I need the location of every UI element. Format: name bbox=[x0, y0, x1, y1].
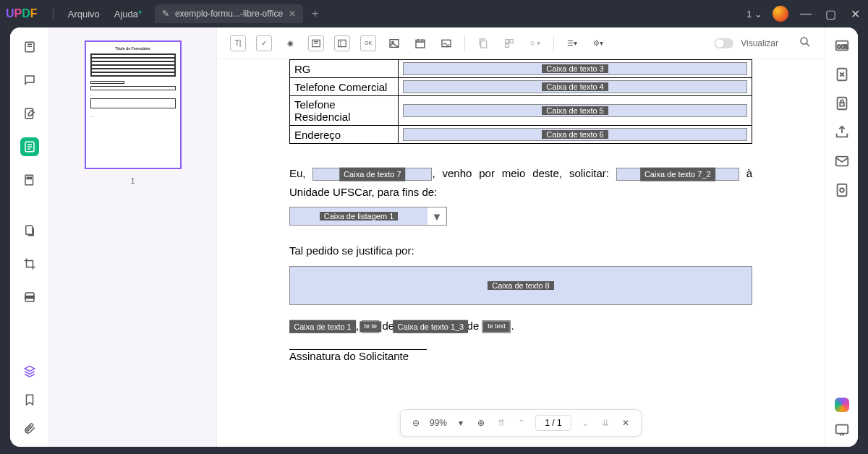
dropdown-tool-icon[interactable] bbox=[308, 35, 324, 51]
date-tool-icon[interactable] bbox=[412, 35, 428, 51]
last-page-icon[interactable]: ⇊ bbox=[599, 416, 612, 429]
prev-page-icon[interactable]: ⌃ bbox=[515, 416, 528, 429]
page-navigation-bar: ⊖ 99% ▾ ⊕ ⇈ ⌃ ⌄ ⇊ ✕ bbox=[400, 409, 642, 437]
field-nome[interactable]: Caixa de texto 7 bbox=[312, 168, 432, 181]
checkbox-tool-icon[interactable]: ✓ bbox=[256, 35, 272, 51]
listbox-tool-icon[interactable] bbox=[334, 35, 350, 51]
svg-point-19 bbox=[801, 38, 807, 44]
close-window-button[interactable]: ✕ bbox=[848, 7, 862, 21]
protect-icon[interactable] bbox=[834, 95, 850, 111]
zoom-out-icon[interactable]: ⊖ bbox=[409, 416, 422, 429]
redact-icon[interactable] bbox=[20, 288, 39, 307]
search-icon[interactable] bbox=[799, 35, 812, 51]
maximize-button[interactable]: ▢ bbox=[823, 7, 838, 21]
organize-icon[interactable] bbox=[20, 171, 39, 189]
form-toolbar: T| ✓ ◉ OK ≡ ▾ ☰▾ ⚙▾ Visualizar bbox=[217, 27, 825, 59]
document-tab[interactable]: ✎ exemplo-formu...-libre-office ✕ bbox=[155, 4, 303, 23]
field-endereco[interactable]: Caixa de texto 6 bbox=[403, 128, 747, 141]
left-sidebar bbox=[10, 27, 49, 447]
field-dia[interactable]: te te bbox=[362, 320, 379, 333]
edit-icon[interactable] bbox=[20, 104, 39, 123]
close-pagebar-icon[interactable]: ✕ bbox=[619, 416, 632, 429]
field-local[interactable]: Caixa de texto 1 bbox=[289, 320, 356, 333]
bookmark-icon[interactable] bbox=[20, 390, 39, 409]
field-justificativa[interactable]: Caixa de texto 8 bbox=[289, 266, 752, 305]
compress-icon[interactable] bbox=[834, 67, 850, 82]
next-page-icon[interactable]: ⌄ bbox=[579, 416, 592, 429]
svg-rect-15 bbox=[481, 40, 487, 47]
field-mes[interactable]: Caixa de texto 1_3 bbox=[397, 320, 464, 333]
tools-icon[interactable]: ⚙▾ bbox=[590, 35, 606, 51]
field-tel-com[interactable]: Caixa de texto 4 bbox=[403, 80, 747, 93]
label-justifica: Tal pedido se justifica por: bbox=[289, 241, 752, 260]
form-mode-icon[interactable] bbox=[20, 137, 39, 156]
listbox-fins[interactable]: Caixa de listagem 1 ▼ bbox=[289, 207, 447, 226]
signature-tool-icon[interactable] bbox=[438, 35, 454, 51]
duplicate-tool-icon[interactable] bbox=[501, 35, 517, 51]
svg-rect-6 bbox=[25, 226, 32, 234]
minimize-button[interactable]: — bbox=[799, 7, 813, 20]
crop-icon[interactable] bbox=[20, 254, 39, 273]
zoom-level[interactable]: 99% bbox=[430, 418, 447, 428]
ai-assistant-icon[interactable] bbox=[835, 398, 849, 412]
page-thumbnail[interactable]: Título do Formulário — — bbox=[85, 40, 182, 169]
svg-rect-26 bbox=[837, 184, 846, 197]
counter-badge[interactable]: 1 ⌄ bbox=[746, 9, 762, 20]
thumbnail-page-number: 1 bbox=[59, 176, 206, 185]
svg-rect-16 bbox=[506, 39, 509, 43]
svg-rect-28 bbox=[835, 425, 848, 434]
image-tool-icon[interactable] bbox=[386, 35, 402, 51]
user-avatar[interactable] bbox=[773, 6, 788, 22]
zoom-in-icon[interactable]: ⊕ bbox=[475, 416, 488, 429]
radio-tool-icon[interactable]: ◉ bbox=[282, 35, 298, 51]
date-line: Caixa de texto 1, te te de Caixa de text… bbox=[289, 317, 752, 335]
tab-close-icon[interactable]: ✕ bbox=[289, 9, 296, 19]
label-rg: RG bbox=[290, 60, 399, 78]
field-ano[interactable]: te text bbox=[482, 320, 511, 333]
button-tool-icon[interactable]: OK bbox=[360, 35, 376, 51]
comment-icon[interactable] bbox=[20, 71, 39, 90]
label-tel-com: Telefone Comercial bbox=[290, 78, 399, 96]
share-icon[interactable] bbox=[834, 124, 850, 140]
ocr-icon[interactable]: OCR bbox=[834, 38, 850, 53]
field-tel-res[interactable]: Caixa de texto 5 bbox=[403, 104, 747, 117]
list-arrange-icon[interactable]: ☰▾ bbox=[564, 35, 580, 51]
svg-rect-18 bbox=[506, 43, 509, 47]
form-table: RGCaixa de texto 3 Telefone ComercialCai… bbox=[289, 59, 752, 144]
svg-rect-4 bbox=[27, 177, 28, 179]
chevron-down-icon: ▼ bbox=[427, 210, 446, 223]
svg-rect-8 bbox=[25, 296, 34, 299]
svg-text:OCR: OCR bbox=[837, 44, 848, 49]
zoom-dropdown-icon[interactable]: ▾ bbox=[454, 416, 467, 429]
print-icon[interactable] bbox=[834, 182, 850, 198]
menu-file[interactable]: Arquivo bbox=[61, 6, 107, 22]
reader-icon[interactable] bbox=[20, 38, 39, 56]
svg-rect-5 bbox=[30, 177, 31, 179]
label-endereco: Endereço bbox=[290, 126, 399, 144]
svg-rect-10 bbox=[339, 40, 346, 46]
email-icon[interactable] bbox=[834, 153, 850, 169]
svg-rect-17 bbox=[510, 39, 514, 43]
app-logo: UPDF bbox=[6, 7, 38, 20]
paragraph-request: Eu, Caixa de texto 7, venho por meio des… bbox=[289, 164, 752, 201]
page-input[interactable] bbox=[535, 415, 571, 431]
label-tel-res: Telefone Residencial bbox=[290, 96, 399, 126]
svg-rect-13 bbox=[416, 40, 425, 48]
tab-label: exemplo-formu...-libre-office bbox=[175, 9, 283, 19]
field-rg[interactable]: Caixa de texto 3 bbox=[403, 62, 747, 75]
attachment-icon[interactable] bbox=[20, 419, 39, 438]
new-tab-button[interactable]: + bbox=[312, 7, 318, 20]
menu-help[interactable]: Ajuda● bbox=[107, 6, 149, 22]
copy-tool-icon[interactable] bbox=[475, 35, 491, 51]
tab-pencil-icon: ✎ bbox=[162, 9, 169, 19]
field-solicitar[interactable]: Caixa de texto 7_2 bbox=[616, 168, 739, 181]
first-page-icon[interactable]: ⇈ bbox=[495, 416, 508, 429]
chat-icon[interactable] bbox=[834, 422, 850, 438]
text-field-tool-icon[interactable]: T| bbox=[230, 35, 246, 51]
align-tool-icon[interactable]: ≡ ▾ bbox=[527, 35, 543, 51]
preview-toggle[interactable] bbox=[715, 38, 733, 48]
svg-point-27 bbox=[840, 188, 844, 192]
preview-label: Visualizar bbox=[741, 38, 778, 48]
pages-icon[interactable] bbox=[20, 221, 39, 240]
layers-icon[interactable] bbox=[20, 361, 39, 380]
